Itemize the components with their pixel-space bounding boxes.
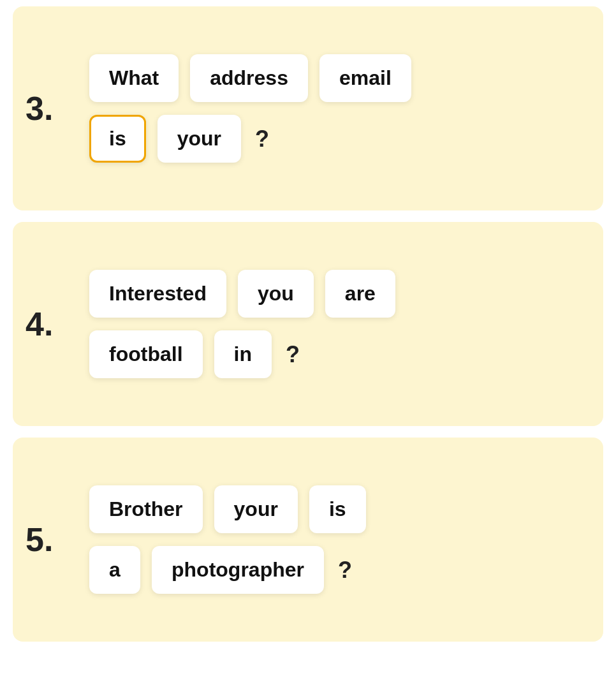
word-card-1-1-2[interactable]: address	[190, 54, 308, 102]
word-card-3-2-2[interactable]: photographer	[152, 546, 324, 594]
word-card-1-1-3[interactable]: email	[319, 54, 411, 102]
words-area-3: Brotheryourisaphotographer?	[89, 485, 590, 594]
word-row-2-1: Interestedyouare	[89, 270, 590, 318]
word-card-2-2-2[interactable]: in	[214, 330, 272, 378]
page-container: 3.Whataddressemailisyour?4.Interestedyou…	[0, 0, 616, 659]
question-block-2: 4.Interestedyouarefootballin?	[13, 222, 603, 426]
word-card-3-1-2[interactable]: your	[214, 485, 298, 533]
word-row-1-2: isyour?	[89, 115, 590, 163]
punctuation-3-2: ?	[335, 557, 355, 584]
word-card-1-1-1[interactable]: What	[89, 54, 179, 102]
words-area-2: Interestedyouarefootballin?	[89, 270, 590, 378]
word-card-3-1-1[interactable]: Brother	[89, 485, 203, 533]
word-card-1-2-2[interactable]: your	[158, 115, 241, 163]
word-card-1-2-1[interactable]: is	[89, 115, 146, 163]
question-number-3: 5.	[26, 520, 77, 559]
word-row-3-2: aphotographer?	[89, 546, 590, 594]
word-card-2-1-3[interactable]: are	[325, 270, 395, 318]
word-card-3-2-1[interactable]: a	[89, 546, 140, 594]
question-block-1: 3.Whataddressemailisyour?	[13, 6, 603, 210]
punctuation-2-2: ?	[283, 341, 302, 368]
word-row-2-2: footballin?	[89, 330, 590, 378]
question-number-2: 4.	[26, 305, 77, 343]
word-card-2-1-2[interactable]: you	[238, 270, 314, 318]
word-card-3-1-3[interactable]: is	[309, 485, 366, 533]
question-number-1: 3.	[26, 89, 77, 128]
word-card-2-1-1[interactable]: Interested	[89, 270, 226, 318]
word-row-1-1: Whataddressemail	[89, 54, 590, 102]
punctuation-1-2: ?	[253, 126, 272, 152]
word-card-2-2-1[interactable]: football	[89, 330, 203, 378]
words-area-1: Whataddressemailisyour?	[89, 54, 590, 163]
question-block-3: 5.Brotheryourisaphotographer?	[13, 438, 603, 642]
word-row-3-1: Brotheryouris	[89, 485, 590, 533]
